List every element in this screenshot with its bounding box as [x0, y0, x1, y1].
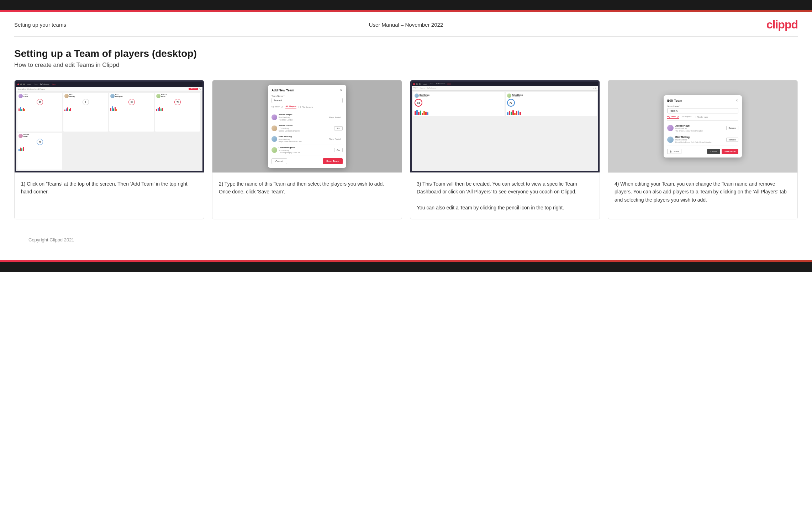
team-name-label: Team Name * — [271, 95, 343, 97]
copyright-text: Copyright Clippd 2021 — [28, 237, 74, 242]
card-1-screenshot: clippd Home My Performance Teams Viewing… — [15, 80, 204, 173]
player-3-added-btn[interactable]: Player Added — [327, 137, 343, 141]
card-2: Add New Team ✕ Team Name * Team A My Tea… — [212, 80, 402, 219]
card-3-text: 3) This Team will then be created. You c… — [410, 173, 600, 219]
edit-player-1: Adrian Player Plus Handicap The Shire Lo… — [667, 123, 738, 134]
card-4-text: 4) When editing your Team, you can chang… — [608, 173, 797, 211]
card-2-text: 2) Type the name of this Team and then s… — [212, 173, 402, 203]
card-4-screenshot: Edit Team ✕ Team Name * Team A My Team (… — [608, 80, 797, 173]
tab-all-players[interactable]: All Players — [285, 105, 296, 108]
edit-modal-tabs: My Team (2) All Players Filter by name — [667, 116, 738, 121]
modal-add-title: Add New Team — [271, 89, 294, 92]
card-3: clippd Home My Performance Teams Players… — [410, 80, 600, 219]
tab-my-team[interactable]: My Team (2) — [271, 106, 283, 108]
add-team-modal: Add New Team ✕ Team Name * Team A My Tea… — [268, 85, 346, 167]
filter-label: Filter by name — [302, 106, 313, 108]
player-4-name: Dave Billingham — [279, 146, 300, 149]
header-left-text: Setting up your teams — [14, 22, 66, 28]
player-2-add-btn[interactable]: Add — [334, 126, 343, 130]
filter-by-name[interactable]: Filter by name — [299, 106, 313, 108]
page-title: Setting up a Team of players (desktop) — [14, 48, 798, 59]
player-list: Adrian Player Plus Handicap The Shire Lo… — [271, 112, 343, 155]
top-bar — [0, 0, 812, 10]
player-3-name: Blair McHarg — [279, 135, 301, 138]
modal-save-button[interactable]: Save Team — [323, 158, 343, 164]
player-item-3: Blair McHarg Plus Handicap Royal North D… — [271, 134, 343, 144]
edit-team-name-input[interactable]: Team A — [667, 108, 738, 113]
edit-cancel-button[interactable]: Cancel — [707, 149, 720, 154]
modal-edit-title: Edit Team — [667, 99, 682, 102]
team-name-input[interactable]: Team A — [271, 98, 343, 103]
modal-cancel-button[interactable]: Cancel — [271, 158, 287, 164]
bottom-bar — [0, 262, 812, 272]
page-footer: Copyright Clippd 2021 — [14, 234, 798, 246]
modal-add-footer: Cancel Save Team — [271, 158, 343, 164]
edit-team-modal: Edit Team ✕ Team Name * Team A My Team (… — [664, 95, 742, 158]
player-2-name: Adrian Coliba — [279, 124, 300, 127]
edit-filter[interactable]: Filter by name — [694, 116, 708, 118]
card-3-screenshot: clippd Home My Performance Teams Players… — [410, 80, 600, 173]
edit-tab-all-players[interactable]: All Players — [681, 116, 691, 118]
player-item-2: Adrian Coliba 1.5 Handicap Central Londo… — [271, 123, 343, 133]
edit-player-2: Blair McHarg Plus Handicap Royal North D… — [667, 134, 738, 145]
edit-modal-footer: 🗑 Delete Cancel Save Team — [667, 149, 738, 154]
header-center-text: User Manual – November 2022 — [369, 22, 443, 28]
cards-grid: clippd Home My Performance Teams Viewing… — [14, 80, 798, 219]
edit-player-1-name: Adrian Player — [675, 124, 703, 127]
edit-filter-checkbox[interactable] — [694, 116, 696, 118]
edit-tab-my-team[interactable]: My Team (2) — [667, 116, 679, 119]
card-1-text: 1) Click on 'Teams' at the top of the sc… — [15, 173, 204, 203]
card-4: Edit Team ✕ Team Name * Team A My Team (… — [608, 80, 798, 219]
edit-team-name-label: Team Name * — [667, 105, 738, 107]
edit-player-2-remove[interactable]: Remove — [726, 138, 738, 142]
clippd-logo: clippd — [766, 18, 798, 31]
player-1-name: Adrian Player — [279, 113, 293, 116]
edit-delete-label: Delete — [673, 150, 679, 153]
card-2-screenshot: Add New Team ✕ Team Name * Team A My Tea… — [212, 80, 402, 173]
card-1: clippd Home My Performance Teams Viewing… — [14, 80, 204, 219]
modal-add-close[interactable]: ✕ — [340, 89, 343, 92]
trash-icon: 🗑 — [670, 150, 672, 153]
player-item-4: Dave Billingham 3.5 Handicap The Ding Ma… — [271, 145, 343, 155]
page-subtitle: How to create and edit Teams in Clippd — [14, 62, 798, 69]
modal-edit-close[interactable]: ✕ — [735, 99, 738, 102]
edit-player-1-remove[interactable]: Remove — [726, 126, 738, 130]
player-4-add-btn[interactable]: Add — [334, 148, 343, 152]
header: Setting up your teams User Manual – Nove… — [0, 12, 812, 36]
edit-player-2-name: Blair McHarg — [675, 136, 712, 139]
main-content: Setting up a Team of players (desktop) H… — [0, 37, 812, 260]
edit-save-button[interactable]: Save Team — [722, 149, 738, 154]
player-1-added-btn[interactable]: Player Added — [327, 116, 343, 119]
player-item-1: Adrian Player Plus Handicap The Shire Lo… — [271, 112, 343, 122]
edit-filter-label: Filter by name — [697, 116, 708, 118]
edit-delete-button[interactable]: 🗑 Delete — [667, 149, 681, 154]
modal-tabs: My Team (2) All Players Filter by name — [271, 105, 343, 110]
filter-checkbox[interactable] — [299, 106, 301, 108]
